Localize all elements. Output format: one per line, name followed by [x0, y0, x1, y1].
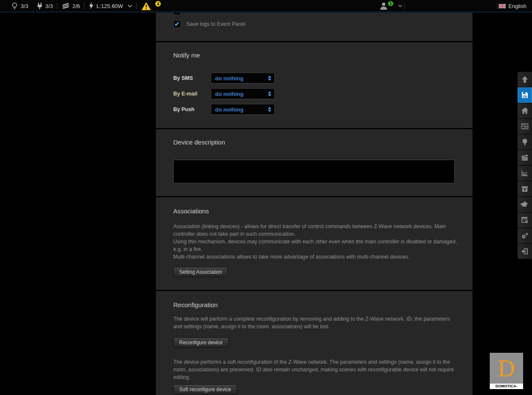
section-device-description: Device description	[156, 129, 472, 196]
divider	[404, 3, 405, 9]
users-online-badge: 1	[388, 1, 393, 6]
plug-icon	[37, 2, 43, 10]
panels-icon	[521, 216, 529, 224]
lights-count: 3/3	[21, 3, 28, 9]
reconfiguration-soft-text: The device performs a soft reconfigurati…	[173, 358, 457, 381]
device-settings-panel: ✔ Save logs to Event Panel Notify me By …	[156, 13, 472, 395]
energy-panel-button[interactable]	[518, 166, 532, 181]
save-button[interactable]	[518, 87, 532, 103]
language-selector[interactable]: English	[499, 3, 527, 9]
associations-description: Association (linking devices) - allows f…	[173, 223, 457, 261]
plugins-icon	[521, 200, 529, 209]
section-reconfiguration: Reconfiguration The device will perform …	[156, 291, 472, 395]
lights-status[interactable]: 3/3	[11, 2, 28, 10]
section-logs: ✔ Save logs to Event Panel	[156, 13, 472, 41]
warning-icon	[141, 2, 151, 11]
scroll-top-button[interactable]	[518, 72, 532, 87]
associations-title: Associations	[173, 207, 209, 215]
rooms-icon	[521, 122, 529, 131]
devices-icon	[521, 138, 529, 146]
backup-button[interactable]	[518, 181, 532, 196]
save-logs-label: Save logs to Event Panel	[186, 21, 246, 27]
divider	[136, 3, 137, 9]
setting-association-button[interactable]: Setting Association	[173, 267, 228, 277]
plugs-count: 3/3	[45, 3, 53, 9]
blinds-status[interactable]: 2/6	[62, 3, 80, 9]
device-description-title: Device description	[173, 139, 225, 146]
user-icon	[379, 2, 388, 10]
by-email-select[interactable]: do nothing	[211, 88, 275, 99]
partial-checkbox-clip	[173, 13, 181, 16]
by-push-label: By Push	[173, 106, 194, 112]
reconfiguration-hard-text: The device will perform a complete recon…	[173, 315, 457, 330]
spinner-arrows-icon	[268, 91, 271, 96]
reconfigure-device-button[interactable]: Reconfigure device	[173, 338, 229, 348]
top-status-bar: 3/3 3/3 2/6	[0, 0, 532, 12]
device-description-input[interactable]	[173, 160, 455, 183]
scroll-top-icon	[521, 75, 529, 84]
logo-box: D	[490, 353, 523, 384]
chevron-down-icon	[398, 5, 402, 7]
panels-button[interactable]	[518, 212, 532, 228]
power-consumption[interactable]: L:125.60W	[89, 2, 132, 10]
blinds-count: 2/6	[72, 3, 80, 9]
backup-icon	[521, 185, 529, 193]
side-toolbar	[518, 72, 532, 259]
rooms-button[interactable]	[518, 119, 532, 134]
chevron-down-icon	[128, 5, 132, 8]
reconfiguration-title: Reconfiguration	[173, 301, 218, 308]
uk-flag-icon	[499, 4, 506, 8]
section-associations: Associations Association (linking device…	[156, 197, 472, 290]
by-sms-label: By SMS	[173, 75, 193, 81]
scenes-button[interactable]	[518, 150, 532, 165]
alerts-count-badge: 4	[155, 1, 161, 7]
spinner-arrows-icon	[268, 76, 271, 81]
logo-text: DOMOTICA-BLOG.NL	[490, 384, 523, 389]
divider	[497, 3, 497, 9]
language-label: English	[508, 3, 527, 9]
home-icon	[521, 106, 529, 115]
logout-icon	[521, 247, 529, 256]
plugins-button[interactable]	[518, 197, 532, 212]
logo-letter: D	[498, 355, 515, 382]
save-icon	[521, 91, 529, 99]
configuration-button[interactable]	[518, 228, 532, 243]
soft-reconfigure-device-button[interactable]: Soft reconfigure device	[173, 384, 237, 395]
home-button[interactable]	[518, 103, 532, 118]
section-notify-me: Notify me By SMS do nothing By E-mail do…	[156, 42, 472, 128]
logout-button[interactable]	[518, 244, 532, 259]
power-value: L:125.60W	[96, 3, 123, 9]
devices-button[interactable]	[518, 134, 532, 150]
divider	[84, 3, 85, 9]
lightbulb-icon	[11, 2, 18, 10]
divider	[57, 3, 57, 9]
by-email-label: By E-mail	[173, 91, 197, 97]
save-logs-event-panel-checkbox[interactable]: ✔	[173, 20, 181, 28]
user-menu[interactable]: 1	[379, 2, 402, 10]
alerts-indicator[interactable]: 4	[141, 2, 161, 11]
check-icon: ✔	[175, 21, 180, 27]
domotica-blog-logo: D DOMOTICA-BLOG.NL	[490, 353, 523, 389]
power-icon	[89, 2, 94, 10]
scenes-icon	[521, 153, 529, 162]
blinds-icon	[62, 3, 70, 9]
energy-chart-icon	[521, 169, 529, 177]
save-logs-panel-checkbox[interactable]	[173, 13, 181, 15]
by-sms-select[interactable]: do nothing	[211, 73, 275, 84]
notify-me-title: Notify me	[173, 52, 200, 59]
spinner-arrows-icon	[268, 107, 271, 112]
configuration-icon	[521, 232, 529, 240]
plugs-status[interactable]: 3/3	[37, 2, 53, 10]
by-push-select[interactable]: do nothing	[211, 104, 275, 115]
